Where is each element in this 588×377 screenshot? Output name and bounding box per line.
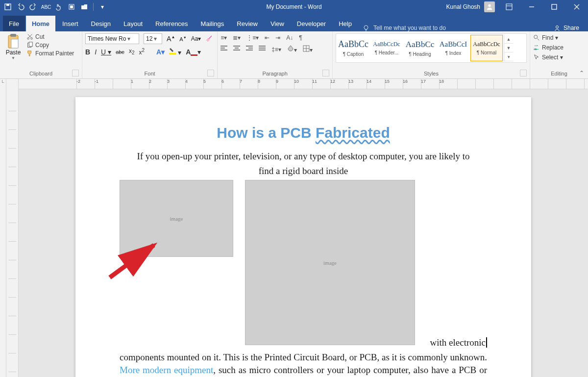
inline-image-1[interactable]: image (120, 180, 233, 257)
align-center-icon[interactable] (233, 46, 240, 53)
account-area[interactable]: Kunal Ghosh (446, 1, 495, 12)
close-button[interactable] (568, 0, 585, 14)
style-normal[interactable]: AaBbCcDc¶ Normal (470, 35, 503, 61)
paste-button[interactable]: Paste ▼ (3, 33, 24, 60)
decrease-indent-icon[interactable]: ⇤ (265, 34, 270, 41)
font-color-icon[interactable]: A▾ (186, 48, 201, 56)
style-header[interactable]: AaBbCcDc¶ Header... (370, 35, 403, 61)
svg-point-19 (534, 35, 538, 39)
underline-button[interactable]: U ▾ (101, 48, 111, 56)
format-painter-button[interactable]: Format Painter (26, 50, 74, 57)
increase-indent-icon[interactable]: ⇥ (275, 34, 280, 41)
highlight-icon[interactable]: ▾ (169, 47, 181, 56)
tab-layout[interactable]: Layout (118, 16, 148, 31)
bullets-icon[interactable]: ≡▾ (220, 34, 227, 41)
dialog-launcher-icon[interactable] (520, 70, 527, 76)
shrink-font-icon[interactable]: A▼ (179, 36, 186, 42)
tab-selector-icon[interactable]: L (0, 79, 6, 377)
tab-view[interactable]: View (265, 16, 290, 31)
chevron-up-icon[interactable]: ▲ (504, 35, 513, 44)
replace-button[interactable]: abReplace (533, 44, 585, 51)
vertical-ruler[interactable] (6, 79, 19, 377)
tell-me-label: Tell me what you want to do (373, 25, 446, 31)
user-name: Kunal Ghosh (446, 3, 480, 10)
tab-home[interactable]: Home (26, 16, 55, 31)
shading-icon[interactable]: ▾ (287, 45, 297, 53)
tab-mailings[interactable]: Mailings (195, 16, 230, 31)
undo-icon[interactable] (17, 3, 24, 11)
justify-icon[interactable] (259, 46, 266, 53)
bold-button[interactable]: B (85, 48, 90, 56)
inline-image-2[interactable]: image (245, 180, 415, 345)
change-case-icon[interactable]: Aa▾ (191, 35, 201, 42)
style-caption[interactable]: AaBbCc¶ Caption (337, 35, 369, 61)
more-icon[interactable]: ▾ (504, 52, 513, 61)
collapse-ribbon-icon[interactable]: ⌃ (579, 70, 584, 76)
redo-icon[interactable] (29, 3, 37, 11)
group-label: Paragraph (262, 71, 287, 76)
maximize-button[interactable] (546, 0, 563, 14)
text-effects-icon[interactable]: A▾ (156, 48, 165, 56)
tab-design[interactable]: Design (85, 16, 117, 31)
font-name-combo[interactable]: Times New Ro▾ (85, 33, 139, 44)
share-button[interactable]: Share (548, 25, 585, 31)
customize-qat-icon[interactable]: ▾ (98, 3, 106, 11)
subscript-button[interactable]: x2 (129, 48, 135, 55)
document-scroll-area[interactable]: How is a PCB Fabricated If you open-up y… (19, 89, 588, 377)
grow-font-icon[interactable]: A▲ (167, 35, 175, 43)
select-button[interactable]: Select ▾ (533, 54, 585, 61)
dialog-launcher-icon[interactable] (207, 70, 214, 76)
styles-gallery[interactable]: AaBbCc¶ Caption AaBbCcDc¶ Header... AaBb… (336, 33, 527, 63)
italic-button[interactable]: I (95, 48, 97, 56)
dialog-launcher-icon[interactable] (72, 70, 79, 76)
title-bar: ABC ▾ My Document - Word Kunal Ghosh (0, 0, 588, 14)
tab-insert[interactable]: Insert (56, 16, 84, 31)
document-page[interactable]: How is a PCB Fabricated If you open-up y… (75, 97, 531, 377)
align-left-icon[interactable] (220, 46, 227, 53)
dialog-launcher-icon[interactable] (322, 70, 329, 76)
style-heading[interactable]: AaBbCc¶ Heading (404, 35, 436, 61)
spellcheck-icon[interactable]: ABC (42, 3, 50, 11)
tell-me-search[interactable]: Tell me what you want to do (359, 25, 450, 31)
strike-button[interactable]: abc (116, 49, 124, 55)
svg-rect-1 (6, 4, 9, 6)
superscript-button[interactable]: x2 (139, 48, 145, 56)
brush-icon (26, 50, 33, 57)
svg-rect-16 (206, 38, 210, 42)
horizontal-ruler[interactable]: -2-1123456789101112131415161718 (19, 79, 588, 89)
tab-developer[interactable]: Developer (291, 16, 332, 31)
cut-button[interactable]: Cut (26, 33, 74, 40)
numbering-icon[interactable]: ≣▾ (233, 34, 241, 41)
minimize-button[interactable] (523, 0, 540, 14)
borders-icon[interactable]: ▾ (303, 45, 313, 53)
tab-references[interactable]: References (149, 16, 194, 31)
tab-file[interactable]: File (3, 16, 25, 31)
sort-icon[interactable]: A↓ (286, 34, 293, 41)
clear-format-icon[interactable] (205, 34, 213, 44)
tab-review[interactable]: Review (231, 16, 264, 31)
find-button[interactable]: Find ▾ (533, 34, 585, 41)
touchmode-icon[interactable] (68, 3, 75, 11)
multilevel-icon[interactable]: ⋮≡▾ (246, 34, 259, 41)
share-label: Share (564, 25, 579, 31)
font-size-combo[interactable]: 12▾ (144, 33, 162, 44)
open-icon[interactable] (80, 3, 88, 11)
chevron-down-icon[interactable]: ▼ (504, 44, 513, 52)
hand-icon[interactable] (55, 3, 63, 11)
share-icon (554, 25, 561, 31)
ribbon-display-icon[interactable] (501, 0, 517, 14)
save-icon[interactable] (4, 3, 12, 11)
style-index[interactable]: AaBbCcI¶ Index (437, 35, 469, 61)
svg-point-13 (31, 38, 33, 40)
copy-button[interactable]: Copy (26, 42, 74, 49)
show-marks-icon[interactable]: ¶ (299, 34, 302, 41)
svg-rect-11 (11, 39, 18, 48)
tab-help[interactable]: Help (333, 16, 358, 31)
quick-access-toolbar: ABC ▾ (0, 3, 110, 11)
styles-gallery-scroll[interactable]: ▲▼▾ (504, 35, 513, 61)
align-right-icon[interactable] (246, 46, 253, 53)
hyperlink[interactable]: More modern equipment (120, 365, 213, 375)
group-label: Styles (424, 71, 439, 76)
line-spacing-icon[interactable]: ‡≡▾ (271, 46, 281, 53)
copy-icon (26, 42, 33, 49)
